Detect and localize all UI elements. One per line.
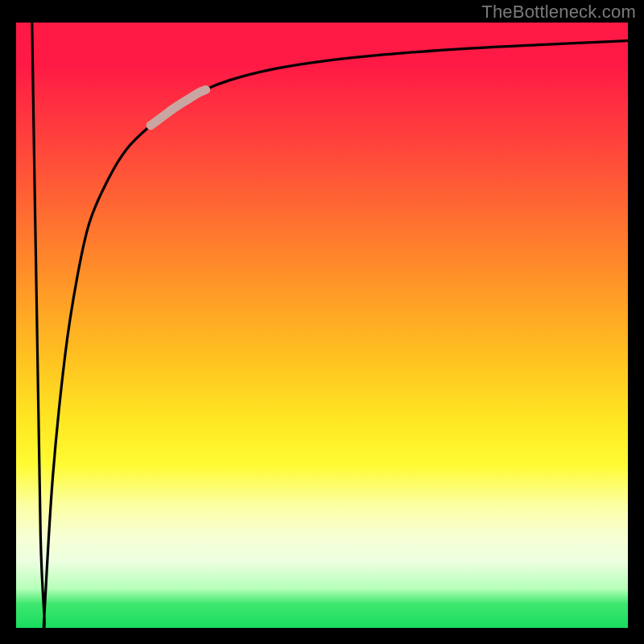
highlight-segment [151,90,205,126]
curve-layer [16,23,628,628]
chart-stage: TheBottleneck.com [0,0,644,644]
plot-area [16,23,628,628]
bottleneck-curve [32,23,628,628]
attribution-label: TheBottleneck.com [481,2,636,23]
